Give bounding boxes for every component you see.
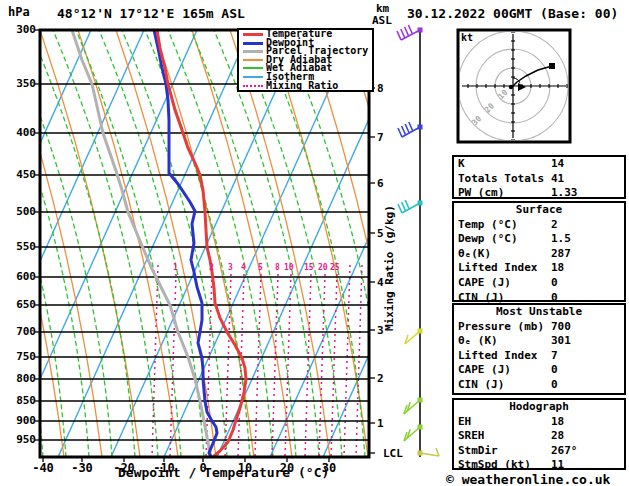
stats-row: EH18 [454,415,624,430]
stats-row: Lifted Index7 [454,349,624,364]
stats-row: θₑ(K)287 [454,247,624,262]
stats-row-value: 7 [551,349,558,364]
stats-row: K14 [454,157,624,172]
pressure-tick-label: 700 [8,326,36,337]
stats-row: θₑ (K)301 [454,334,624,349]
wind-barb [397,25,423,40]
hodograph-square-marker [549,63,555,69]
stats-table: Most UnstablePressure (mb)700θₑ (K)301Li… [452,303,626,395]
mixing-ratio-value-label: 15 [304,264,314,272]
stats-row: StmDir267° [454,444,624,459]
altitude-tick-label: 5 [377,228,384,239]
stats-row-label: Pressure (mb) [458,320,544,335]
altitude-tick-label: 4 [377,277,384,288]
legend-line-sample [243,42,263,45]
temperature-tick-label: -20 [104,462,144,474]
stats-row: CIN (J)0 [454,378,624,393]
mixing-ratio-value-label: 5 [258,264,263,272]
altitude-tick-label: 3 [377,325,384,336]
legend-item-label: Mixing Ratio [266,81,338,91]
stats-row-value: 11 [551,458,564,473]
pressure-tick-label: 350 [8,78,36,89]
mixing-ratio-axis-label: Mixing Ratio (g/kg) [384,205,395,331]
isotherm-line [270,30,462,457]
stats-row-label: K [458,157,465,172]
mixing-ratio-line [305,274,311,457]
stats-table: SurfaceTemp (°C)2Dewp (°C)1.5θₑ(K)287Lif… [452,201,626,302]
stats-row-label: CAPE (J) [458,276,511,291]
mixing-ratio-value-label: 3 [228,264,233,272]
stats-row-value: 0 [551,276,558,291]
legend-line-sample [243,59,263,61]
mixing-ratio-line [255,274,261,457]
stats-row-label: PW (cm) [458,186,504,201]
lcl-label: LCL [383,448,403,459]
wind-barb [398,200,423,213]
stats-row: CAPE (J)0 [454,363,624,378]
pressure-tick-label: 650 [8,299,36,310]
legend-line-sample [243,50,263,53]
stats-row: Dewp (°C)1.5 [454,232,624,247]
mixing-ratio-line [356,265,362,457]
stats-row-value: 14 [551,157,564,172]
mixing-ratio-value-label: 8 [275,264,280,272]
legend-line-sample [243,85,263,87]
temperature-tick-label: -30 [62,462,102,474]
mixing-ratio-value-label: 10 [284,264,294,272]
hodograph: 102030 [458,30,570,142]
mixing-ratio-value-label: 2 [209,264,214,272]
temperature-tick-label: 20 [267,462,307,474]
altitude-tick-label: 1 [377,418,384,429]
stats-row: Pressure (mb)700 [454,320,624,335]
temperature-tick-label: -10 [144,462,184,474]
legend-line-sample [243,76,263,78]
pressure-tick-label: 850 [8,395,36,406]
legend-line-sample [243,67,263,69]
altitude-axis-unit-asl: ASL [372,15,392,26]
pressure-tick-label: 500 [8,206,36,217]
stats-table-header: Most Unstable [454,305,624,320]
stats-row: SREH28 [454,429,624,444]
altitude-axis-unit-km: km [376,3,389,14]
pressure-tick-label: 300 [8,24,36,35]
temperature-tick-label: -40 [23,462,63,474]
stats-table: K14Totals Totals41PW (cm)1.33 [452,155,626,199]
stats-row: Temp (°C)2 [454,218,624,233]
wind-barb [398,122,423,137]
stats-table: HodographEH18SREH28StmDir267°StmSpd (kt)… [452,398,626,470]
pressure-tick-label: 450 [8,169,36,180]
stats-row-label: Lifted Index [458,349,537,364]
stats-row-value: 18 [551,261,564,276]
station-title: 48°12'N 17°12'E 165m ASL [57,7,245,20]
stats-row-value: 41 [551,172,564,187]
stats-row-label: EH [458,415,471,430]
mixing-ratio-value-label: 25 [330,264,340,272]
mixing-ratio-value-label: 20 [318,264,328,272]
stats-row-value: 1.33 [551,186,578,201]
stats-row-value: 267° [551,444,578,459]
pressure-tick-label: 900 [8,415,36,426]
stats-row-label: CAPE (J) [458,363,511,378]
stats-row-label: Dewp (°C) [458,232,518,247]
stats-row-label: Totals Totals [458,172,544,187]
altitude-tick-label: 8 [377,83,384,94]
stats-row-value: 28 [551,429,564,444]
mixing-ratio-line [344,265,350,457]
stats-row-value: 0 [551,363,558,378]
mixing-ratio-value-label: 1 [173,264,178,272]
pressure-tick-label: 400 [8,127,36,138]
stats-row-label: Lifted Index [458,261,537,276]
mixing-ratio-line [152,265,158,457]
stats-row-value: 287 [551,247,571,262]
stats-row-value: 1.5 [551,232,571,247]
pressure-tick-label: 550 [8,241,36,252]
stats-row-value: 18 [551,415,564,430]
pressure-tick-label: 750 [8,351,36,362]
altitude-tick-label: 6 [377,178,384,189]
altitude-tick-label: 2 [377,373,384,384]
stats-row-value: 301 [551,334,571,349]
stats-row: Totals Totals41 [454,172,624,187]
pressure-axis-unit: hPa [8,6,30,18]
stats-row-label: StmSpd (kt) [458,458,531,473]
run-datetime: 30.12.2022 00GMT (Base: 00) [407,7,618,20]
